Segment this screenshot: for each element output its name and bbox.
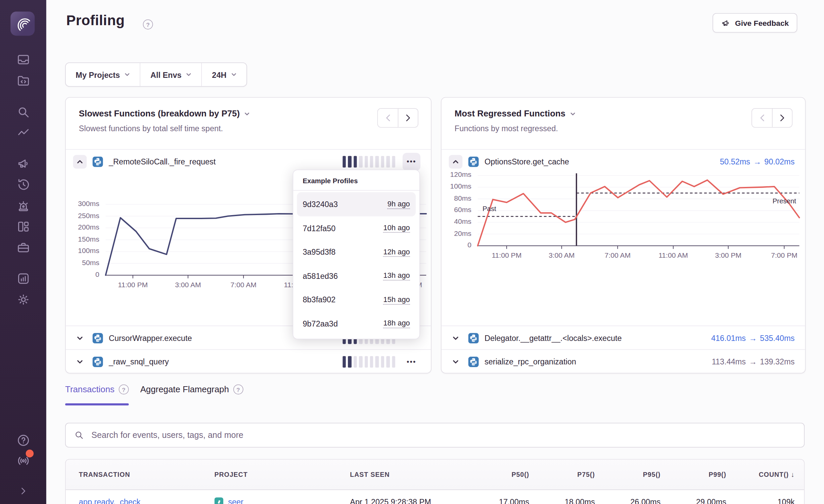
sidebar-item-feedback[interactable] [0, 156, 46, 170]
more-options-button[interactable]: ••• [403, 153, 420, 170]
project-link[interactable]: seer [228, 497, 243, 504]
regression-values: 113.44ms→139.32ms [712, 357, 795, 366]
expand-row-button[interactable] [449, 355, 463, 368]
python-icon [92, 333, 103, 343]
profile-id: a581ed36 [303, 271, 337, 281]
sidebar-item-alerts[interactable] [0, 199, 46, 213]
regressed-function-row[interactable]: serialize_rpc_organization 113.44ms→139.… [442, 349, 805, 373]
sidebar-item-stats[interactable] [0, 271, 46, 286]
count-value: 109k [726, 497, 794, 504]
col-count-label: COUNT() [759, 471, 789, 478]
arrow-right-icon: → [746, 357, 760, 366]
profile-time-link[interactable]: 15h ago [383, 295, 410, 304]
tab-aggregate-flamegraph[interactable]: Aggregate Flamegraph ? [140, 385, 243, 406]
search-input[interactable] [90, 430, 795, 440]
p95-value: 26.00ms [595, 497, 661, 504]
slowest-functions-title: Slowest Functions (breakdown by P75) [79, 109, 240, 119]
sentry-logo[interactable] [10, 11, 35, 36]
sidebar-item-explore[interactable] [0, 105, 46, 119]
transaction-search [65, 423, 805, 448]
environment-filter[interactable]: All Envs [140, 63, 201, 86]
seer-project-icon [215, 497, 224, 504]
ellipsis-icon: ••• [407, 358, 416, 365]
function-name: Delegator.__getattr__.<locals>.execute [485, 334, 622, 343]
help-icon [16, 433, 30, 447]
col-p75[interactable]: P75() [529, 471, 595, 478]
collapse-row-button[interactable] [73, 155, 87, 168]
profile-item[interactable]: 9d3240a3 9h ago [297, 192, 416, 216]
profile-item[interactable]: 8b3fa902 15h ago [297, 288, 416, 312]
before-duration-link[interactable]: 416.01ms [711, 334, 746, 343]
slowest-functions-title-select[interactable]: Slowest Functions (breakdown by P75) [79, 109, 418, 119]
sidebar-item-replays[interactable] [0, 178, 46, 192]
sidebar-item-whats-new[interactable] [0, 454, 46, 468]
date-range-filter[interactable]: 24H [201, 63, 246, 86]
profile-item[interactable]: 3a95d3f8 12h ago [297, 240, 416, 264]
profile-item[interactable]: 9b72aa3d 18h ago [297, 312, 416, 336]
most-regressed-title-select[interactable]: Most Regressed Functions [455, 109, 792, 119]
col-p50[interactable]: P50() [463, 471, 529, 478]
transaction-link[interactable]: app.ready._check [79, 497, 141, 504]
profile-time-link[interactable]: 12h ago [383, 247, 410, 257]
help-icon[interactable]: ? [233, 385, 243, 395]
sidebar-item-releases[interactable] [0, 241, 46, 255]
function-name: OptionsStore.get_cache [485, 157, 569, 166]
sidebar-item-issues[interactable] [0, 53, 46, 67]
chevron-up-icon [77, 158, 83, 165]
expand-row-button[interactable] [73, 331, 87, 345]
after-duration-link[interactable]: 535.40ms [760, 334, 794, 343]
give-feedback-button[interactable]: Give Feedback [713, 13, 797, 33]
profile-item[interactable]: 7d12fa50 10h ago [297, 216, 416, 240]
sidebar-item-projects[interactable] [0, 73, 46, 88]
next-page-button[interactable] [772, 109, 792, 127]
prev-page-button[interactable] [752, 109, 772, 127]
function-row[interactable]: _raw_snql_query ••• [66, 349, 431, 373]
sidebar-item-settings[interactable] [0, 293, 46, 307]
regressed-function-row[interactable]: OptionsStore.get_cache 50.52ms→90.02ms [442, 149, 805, 173]
sidebar-item-dashboards[interactable] [0, 219, 46, 234]
col-p95[interactable]: P95() [595, 471, 661, 478]
help-icon[interactable]: ? [119, 385, 129, 395]
ellipsis-icon: ••• [407, 158, 416, 165]
sidebar-item-help[interactable] [0, 433, 46, 447]
prev-page-button[interactable] [378, 109, 398, 127]
regressed-function-row[interactable]: Delegator.__getattr__.<locals>.execute 4… [442, 325, 805, 350]
gear-icon [16, 293, 30, 307]
page-title: Profiling [66, 13, 125, 29]
environment-filter-label: All Envs [150, 70, 182, 79]
profile-time-link[interactable]: 9h ago [387, 199, 410, 209]
chevron-down-icon [570, 111, 576, 116]
sidebar-item-insights[interactable] [0, 126, 46, 140]
collapse-row-button[interactable] [449, 155, 463, 168]
before-duration-link[interactable]: 50.52ms [720, 157, 750, 166]
chevron-down-icon [186, 72, 192, 77]
python-icon [468, 356, 479, 367]
col-p99[interactable]: P99() [660, 471, 726, 478]
page-help-icon[interactable]: ? [143, 19, 153, 30]
python-icon [92, 156, 103, 167]
megaphone-icon [16, 156, 30, 170]
after-duration-link[interactable]: 90.02ms [764, 157, 794, 166]
next-page-button[interactable] [398, 109, 418, 127]
col-project[interactable]: PROJECT [215, 471, 350, 478]
profile-time-link[interactable]: 13h ago [383, 271, 410, 281]
more-options-button[interactable]: ••• [403, 353, 420, 370]
date-range-filter-label: 24H [212, 70, 226, 79]
expand-row-button[interactable] [73, 355, 87, 368]
tab-transactions[interactable]: Transactions ? [65, 385, 129, 406]
col-count[interactable]: COUNT() ↓ [726, 470, 794, 478]
expand-row-button[interactable] [449, 331, 463, 345]
profile-time-link[interactable]: 18h ago [383, 319, 410, 328]
regressed-function-chart: 120ms100ms80ms60ms40ms20ms011:00 PM3:00 … [445, 173, 802, 325]
chevron-down-icon [77, 358, 83, 365]
col-transaction[interactable]: TRANSACTION [79, 471, 215, 478]
profile-item[interactable]: a581ed36 13h ago [297, 264, 416, 288]
most-regressed-title: Most Regressed Functions [455, 109, 565, 119]
tab-label: Aggregate Flamegraph [140, 385, 229, 395]
profile-time-link[interactable]: 10h ago [383, 223, 410, 233]
sidebar-collapse-toggle[interactable] [0, 485, 46, 497]
col-last-seen[interactable]: LAST SEEN [350, 471, 463, 478]
project-filter[interactable]: My Projects [66, 63, 140, 86]
example-profiles-dropdown: Example Profiles 9d3240a3 9h ago 7d12fa5… [293, 170, 420, 340]
most-regressed-subtitle: Functions by most regressed. [455, 124, 792, 133]
